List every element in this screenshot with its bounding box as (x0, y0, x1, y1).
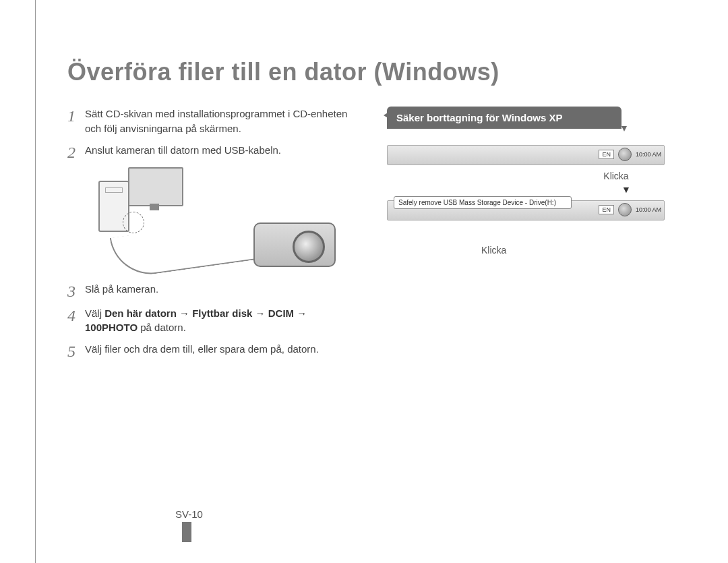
safely-remove-icon (618, 148, 632, 161)
step-text: Välj Den här datorn → Flyttbar disk → DC… (85, 306, 357, 336)
tray-clock: 10:00 AM (636, 206, 661, 213)
tray-clock: 10:00 AM (636, 151, 661, 158)
monitor-icon (128, 167, 183, 206)
steps-column: 1 Sätt CD-skivan med installationsprogra… (67, 107, 357, 366)
camera-icon (253, 223, 336, 267)
tray-language: EN (599, 150, 614, 159)
step-number: 1 (67, 107, 85, 124)
step-number: 4 (67, 306, 85, 324)
step-text: Välj filer och dra dem till, eller spara… (85, 342, 319, 357)
connect-illustration (85, 167, 357, 268)
step-text: Slå på kameran. (85, 282, 158, 297)
step4-suffix: på datorn. (138, 322, 186, 333)
columns: 1 Sätt CD-skivan med installationsprogra… (67, 107, 688, 366)
system-tray: EN 10:00 AM (599, 148, 661, 161)
step-number: 5 (67, 342, 85, 359)
safely-remove-icon (618, 203, 632, 216)
left-divider (35, 0, 36, 563)
step4-prefix: Välj (85, 307, 104, 319)
tray-language: EN (599, 205, 614, 214)
step-text: Sätt CD-skivan med installationsprogramm… (85, 107, 357, 136)
callout-column: Säker borttagning för Windows XP EN 10:0… (387, 107, 677, 366)
callout-header: Säker borttagning för Windows XP (387, 107, 621, 129)
page-content: Överföra filer till en dator (Windows) 1… (67, 58, 688, 366)
step-5: 5 Välj filer och dra dem till, eller spa… (67, 342, 357, 359)
step-4: 4 Välj Den här datorn → Flyttbar disk → … (67, 306, 357, 336)
taskbar-screenshot-1: EN 10:00 AM (387, 145, 665, 165)
step-number: 3 (67, 282, 85, 299)
system-tray: EN 10:00 AM (599, 203, 661, 216)
click-label-1: Klicka (555, 171, 677, 181)
page-title: Överföra filer till en dator (Windows) (67, 58, 688, 86)
page-number: SV-10 (175, 508, 203, 520)
usb-port-highlight (123, 212, 144, 233)
manual-page: Överföra filer till en dator (Windows) 1… (0, 0, 728, 563)
down-arrow-icon: ▼ (576, 184, 677, 195)
step-text: Anslut kameran till datorn med USB-kabel… (85, 143, 281, 158)
step4-bold: Den här datorn → Flyttbar disk → DCIM → … (85, 307, 307, 334)
step-number: 2 (67, 143, 85, 160)
step-1: 1 Sätt CD-skivan med installationsprogra… (67, 107, 357, 136)
click-label-2: Klicka (481, 245, 677, 256)
step-2: 2 Anslut kameran till datorn med USB-kab… (67, 143, 357, 160)
step-3: 3 Slå på kameran. (67, 282, 357, 299)
monitor-stand-icon (150, 204, 159, 210)
balloon-tooltip: Safely remove USB Mass Storage Device - … (394, 196, 572, 209)
